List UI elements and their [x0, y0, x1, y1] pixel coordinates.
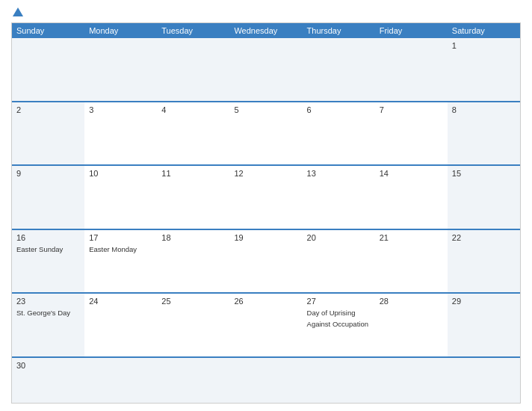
- day-number: 2: [16, 105, 80, 114]
- calendar-cell: 19: [229, 230, 302, 293]
- calendar-cell: 4: [157, 102, 229, 165]
- calendar-cell: 30: [12, 358, 84, 403]
- calendar-cell: [229, 358, 302, 403]
- calendar-cell: 6: [303, 102, 375, 165]
- day-number: 3: [89, 105, 152, 114]
- calendar-row-1: 2345678: [12, 101, 520, 165]
- calendar-cell: 1: [448, 38, 520, 101]
- logo: [11, 7, 23, 16]
- calendar-cell: 21: [375, 230, 448, 293]
- calendar-cell: 13: [303, 166, 375, 229]
- day-number: 7: [380, 105, 443, 114]
- day-number: 15: [452, 169, 516, 178]
- calendar-cell: 14: [375, 166, 448, 229]
- calendar-cell: [84, 358, 157, 403]
- calendar-cell: [303, 38, 375, 101]
- day-number: 8: [452, 105, 516, 114]
- day-number: 17: [89, 233, 152, 242]
- day-number: 13: [307, 169, 371, 178]
- calendar-cell: 15: [448, 166, 520, 229]
- calendar-cell: 22: [448, 230, 520, 293]
- event-label: Easter Monday: [89, 245, 137, 253]
- calendar-cell: 23St. George's Day: [12, 294, 84, 356]
- calendar-cell: [375, 38, 448, 101]
- day-number: 18: [161, 233, 225, 242]
- day-number: 24: [89, 297, 152, 306]
- event-label: Easter Sunday: [16, 245, 63, 253]
- calendar-cell: 12: [229, 166, 302, 229]
- calendar-row-5: 30: [12, 356, 520, 403]
- calendar-header: SundayMondayTuesdayWednesdayThursdayFrid…: [12, 23, 520, 38]
- calendar-cell: 27Day of UprisingAgainst Occupation: [303, 294, 375, 356]
- calendar-cell: 7: [375, 102, 448, 165]
- calendar-cell: 11: [157, 166, 229, 229]
- day-number: 12: [234, 169, 297, 178]
- day-number: 29: [452, 297, 516, 306]
- calendar-cell: 16Easter Sunday: [12, 230, 84, 293]
- day-number: 28: [380, 297, 443, 306]
- calendar-cell: 5: [229, 102, 302, 165]
- logo-triangle-icon: [13, 7, 23, 16]
- calendar-cell: 25: [157, 294, 229, 356]
- day-number: 11: [161, 169, 225, 178]
- calendar-cell: 18: [157, 230, 229, 293]
- day-number: 16: [16, 233, 80, 242]
- calendar-cell: [157, 358, 229, 403]
- calendar-row-4: 23St. George's Day24252627Day of Uprisin…: [12, 292, 520, 356]
- calendar-row-2: 9101112131415: [12, 164, 520, 229]
- day-number: 10: [89, 169, 152, 178]
- day-header-tuesday: Tuesday: [157, 23, 229, 38]
- calendar: SundayMondayTuesdayWednesdayThursdayFrid…: [11, 22, 521, 404]
- calendar-cell: 28: [375, 294, 448, 356]
- calendar-cell: [157, 38, 229, 101]
- header: [11, 7, 521, 16]
- day-header-wednesday: Wednesday: [229, 23, 302, 38]
- calendar-cell: [448, 358, 520, 403]
- event-label: Day of UprisingAgainst Occupation: [307, 309, 368, 327]
- calendar-cell: 17Easter Monday: [84, 230, 157, 293]
- calendar-cell: 3: [84, 102, 157, 165]
- calendar-cell: 26: [229, 294, 302, 356]
- day-number: 21: [380, 233, 443, 242]
- day-number: 23: [16, 297, 80, 306]
- calendar-cell: [375, 358, 448, 403]
- calendar-cell: [12, 38, 84, 101]
- day-number: 20: [307, 233, 371, 242]
- calendar-cell: 10: [84, 166, 157, 229]
- calendar-row-0: 1: [12, 38, 520, 101]
- calendar-cell: 29: [448, 294, 520, 356]
- day-number: 1: [452, 41, 516, 50]
- day-header-monday: Monday: [84, 23, 157, 38]
- day-header-thursday: Thursday: [303, 23, 375, 38]
- day-number: 22: [452, 233, 516, 242]
- day-number: 5: [234, 105, 297, 114]
- day-header-saturday: Saturday: [448, 23, 520, 38]
- calendar-cell: [303, 358, 375, 403]
- calendar-cell: 2: [12, 102, 84, 165]
- calendar-cell: 8: [448, 102, 520, 165]
- calendar-cell: 9: [12, 166, 84, 229]
- calendar-cell: [84, 38, 157, 101]
- day-number: 19: [234, 233, 297, 242]
- day-number: 25: [161, 297, 225, 306]
- calendar-cell: [229, 38, 302, 101]
- day-number: 6: [307, 105, 371, 114]
- calendar-body: 12345678910111213141516Easter Sunday17Ea…: [12, 38, 520, 403]
- day-number: 30: [16, 361, 80, 370]
- day-number: 9: [16, 169, 80, 178]
- event-label: St. George's Day: [16, 309, 70, 317]
- calendar-page: SundayMondayTuesdayWednesdayThursdayFrid…: [0, 0, 532, 411]
- day-number: 27: [307, 297, 371, 306]
- calendar-cell: 24: [84, 294, 157, 356]
- day-number: 26: [234, 297, 297, 306]
- day-number: 4: [161, 105, 225, 114]
- calendar-cell: 20: [303, 230, 375, 293]
- day-number: 14: [380, 169, 443, 178]
- day-header-friday: Friday: [375, 23, 448, 38]
- day-header-sunday: Sunday: [12, 23, 84, 38]
- calendar-row-3: 16Easter Sunday17Easter Monday1819202122: [12, 229, 520, 293]
